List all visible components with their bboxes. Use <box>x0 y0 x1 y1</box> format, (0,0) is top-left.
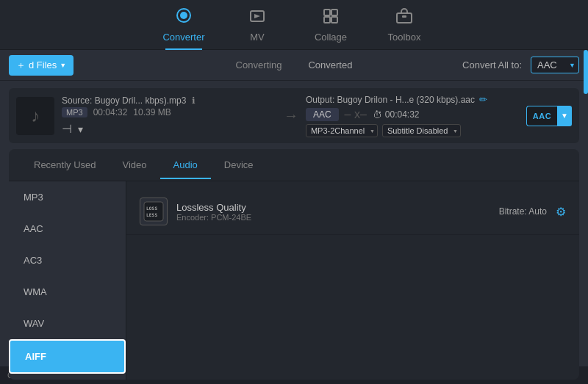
expand-icon[interactable]: ▾ <box>78 123 83 135</box>
format-dropdown-button[interactable]: ▼ <box>557 106 572 126</box>
format-gear-icon[interactable]: ⚙ <box>556 205 566 219</box>
converter-icon <box>175 7 193 29</box>
music-icon: ♪ <box>31 106 40 126</box>
toolbar: ＋ d Files ▼ Converting Converted Convert… <box>0 50 588 81</box>
convert-all-label: Convert All to: <box>462 59 522 70</box>
sidebar-item-wma[interactable]: WMA <box>9 276 126 308</box>
format-tabs: Recently Used Video Audio Device <box>9 149 579 181</box>
output-separator: – x– <box>345 108 367 121</box>
output-controls: AAC – x– ⏱ 00:04:32 <box>306 108 520 121</box>
output-source-label: Output: Bugoy Drilon - H...e (320 kbps).… <box>306 94 520 105</box>
file-source-label: Source: Bugoy Dril... kbps).mp3 ℹ <box>62 95 276 106</box>
tab-converted[interactable]: Converted <box>295 55 365 75</box>
nav-collage-label: Collage <box>315 32 347 43</box>
sidebar-item-wav[interactable]: WAV <box>9 308 126 339</box>
file-item: ♪ Source: Bugoy Dril... kbps).mp3 ℹ MP3 … <box>9 88 579 143</box>
main-area: ♪ Source: Bugoy Dril... kbps).mp3 ℹ MP3 … <box>0 81 588 384</box>
channel-select-wrap[interactable]: MP3-2Channel Stereo Mono <box>306 124 378 137</box>
collage-icon <box>322 7 340 29</box>
svg-text:LOSS: LOSS <box>146 206 157 211</box>
add-files-button[interactable]: ＋ d Files ▼ <box>9 55 74 76</box>
convert-all-select[interactable]: AAC MP3 FLAC <box>531 57 579 73</box>
channel-select[interactable]: MP3-2Channel Stereo Mono <box>306 124 378 137</box>
format-option-details: Lossless Quality Encoder: PCM-24BE <box>176 202 490 222</box>
nav-converter-label: Converter <box>162 32 204 43</box>
output-format-row: MP3-2Channel Stereo Mono Subtitle Disabl… <box>306 124 520 137</box>
format-options: LOSS LESS Lossless Quality Encoder: PCM-… <box>126 181 579 380</box>
nav-mv-label: MV <box>250 32 265 43</box>
convert-arrow-icon: → <box>284 107 298 124</box>
format-panel: Recently Used Video Audio Device MP3 AAC <box>9 149 579 380</box>
output-time: ⏱ 00:04:32 <box>373 109 420 120</box>
svg-rect-6 <box>331 17 337 23</box>
convert-all-select-wrap[interactable]: AAC MP3 FLAC <box>526 57 579 73</box>
add-files-label: d Files <box>29 59 57 70</box>
svg-rect-9 <box>144 202 163 221</box>
file-meta: MP3 00:04:32 10.39 MB <box>62 107 276 117</box>
svg-text:LESS: LESS <box>146 212 157 217</box>
file-size: 10.39 MB <box>133 107 171 117</box>
clock-icon: ⏱ <box>373 109 382 120</box>
svg-rect-8 <box>402 15 406 18</box>
tab-converting[interactable]: Converting <box>223 55 295 75</box>
format-body: MP3 AAC AC3 WMA WAV AIFF FLAC <box>9 181 579 380</box>
tab-video[interactable]: Video <box>110 152 160 179</box>
sidebar-item-aac[interactable]: AAC <box>9 213 126 244</box>
sidebar-item-aiff[interactable]: AIFF <box>9 339 126 374</box>
nav-toolbox[interactable]: Toolbox <box>368 0 441 50</box>
top-navigation: Converter MV Collage <box>0 0 588 50</box>
rewind-icon[interactable]: ⊣ <box>62 122 72 136</box>
format-option-desc: Encoder: PCM-24BE <box>176 213 490 222</box>
tab-audio[interactable]: Audio <box>160 152 211 179</box>
format-sidebar: MP3 AAC AC3 WMA WAV AIFF FLAC <box>9 181 126 380</box>
nav-converter[interactable]: Converter <box>147 0 220 50</box>
file-thumbnail: ♪ <box>16 97 54 135</box>
svg-rect-7 <box>397 13 412 23</box>
edit-output-icon[interactable]: ✏ <box>479 94 487 105</box>
add-files-icon: ＋ <box>16 59 26 72</box>
format-option-name: Lossless Quality <box>176 202 490 213</box>
svg-rect-5 <box>324 17 330 23</box>
svg-rect-4 <box>331 10 337 15</box>
subtitle-select[interactable]: Subtitle Disabled Subtitle Enabled <box>382 124 461 137</box>
sidebar-item-flac[interactable]: FLAC <box>9 374 126 380</box>
format-select-wrap[interactable]: AAC ▼ <box>526 106 572 126</box>
format-option-lossless[interactable]: LOSS LESS Lossless Quality Encoder: PCM-… <box>126 189 579 235</box>
output-info: Output: Bugoy Drilon - H...e (320 kbps).… <box>306 94 520 137</box>
nav-collage[interactable]: Collage <box>294 0 368 50</box>
output-codec-badge: AAC <box>306 108 339 121</box>
svg-point-1 <box>180 12 187 19</box>
file-duration: 00:04:32 <box>93 107 128 117</box>
nav-mv[interactable]: MV <box>220 0 294 50</box>
sidebar-item-ac3[interactable]: AC3 <box>9 244 126 276</box>
format-option-icon: LOSS LESS <box>140 198 168 225</box>
tab-device[interactable]: Device <box>211 152 267 179</box>
aac-format-badge: AAC <box>533 112 551 120</box>
subtitle-select-wrap[interactable]: Subtitle Disabled Subtitle Enabled <box>382 124 461 137</box>
toolbox-icon <box>395 7 413 29</box>
format-badge: MP3 <box>62 107 87 117</box>
scroll-indicator[interactable] <box>584 50 588 94</box>
tab-recently-used[interactable]: Recently Used <box>21 152 110 179</box>
add-files-chevron: ▼ <box>60 62 66 69</box>
nav-toolbox-label: Toolbox <box>388 32 421 43</box>
info-icon[interactable]: ℹ <box>192 95 196 106</box>
mv-icon <box>248 7 266 29</box>
file-info: Source: Bugoy Dril... kbps).mp3 ℹ MP3 00… <box>62 95 276 136</box>
svg-rect-3 <box>324 10 330 15</box>
sidebar-item-mp3[interactable]: MP3 <box>9 181 126 213</box>
format-option-bitrate: Bitrate: Auto <box>499 206 547 217</box>
